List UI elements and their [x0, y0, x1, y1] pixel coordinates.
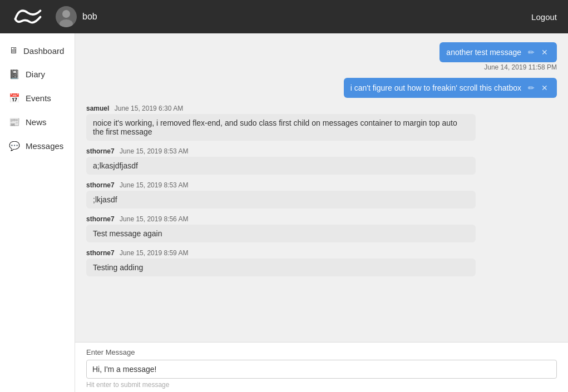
sidebar-item-dashboard[interactable]: 🖥Dashboard — [0, 39, 75, 62]
own-message-bubble: another test message ✏ ✕ — [439, 42, 557, 62]
message-sender: sthorne7 — [86, 181, 115, 189]
sidebar-item-diary[interactable]: 📓Diary — [0, 62, 75, 86]
message-row: i can't figure out how to freakin' scrol… — [86, 78, 557, 98]
navbar: bob Logout — [0, 0, 568, 33]
sidebar-item-news[interactable]: 📰News — [0, 110, 75, 134]
bubble-actions: ✏ ✕ — [526, 82, 550, 93]
sidebar-item-messages[interactable]: 💬Messages — [0, 134, 75, 158]
events-icon: 📅 — [9, 93, 20, 103]
message-timestamp: June 15, 2019 8:56 AM — [120, 215, 188, 223]
message-input-area: Enter Message Hit enter to submit messag… — [75, 342, 568, 392]
news-icon: 📰 — [9, 117, 20, 127]
sidebar: 🖥Dashboard📓Diary📅Events📰News💬Messages — [0, 33, 75, 392]
message-row: sthorne7 June 15, 2019 8:53 AM ;lkjasdf — [86, 181, 557, 209]
message-text: i can't figure out how to freakin' scrol… — [350, 83, 521, 92]
message-input[interactable] — [86, 360, 557, 379]
message-sender: samuel — [86, 105, 109, 112]
sidebar-label: Messages — [26, 141, 63, 151]
message-bubble: a;lkasjdfjasdf — [86, 157, 476, 175]
message-meta: samuel June 15, 2019 6:30 AM — [86, 105, 557, 112]
avatar — [56, 6, 77, 27]
dashboard-icon: 🖥 — [9, 46, 18, 56]
sidebar-label: News — [26, 117, 47, 127]
message-timestamp: June 15, 2019 8:59 AM — [120, 249, 188, 257]
input-hint: Hit enter to submit message — [86, 381, 557, 389]
user-info: bob — [56, 6, 97, 27]
sidebar-item-events[interactable]: 📅Events — [0, 86, 75, 110]
input-label: Enter Message — [86, 348, 557, 356]
logout-button[interactable]: Logout — [531, 12, 557, 22]
message-meta: sthorne7 June 15, 2019 8:53 AM — [86, 181, 557, 189]
messages-icon: 💬 — [9, 141, 20, 151]
message-bubble: Testing adding — [86, 259, 476, 276]
message-meta: sthorne7 June 15, 2019 8:59 AM — [86, 249, 557, 257]
own-message-bubble: i can't figure out how to freakin' scrol… — [344, 78, 557, 98]
message-sender: sthorne7 — [86, 147, 115, 155]
message-row: another test message ✏ ✕ June 14, 2019 1… — [86, 42, 557, 71]
chat-messages: another test message ✏ ✕ June 14, 2019 1… — [75, 33, 568, 342]
sidebar-label: Dashboard — [23, 46, 64, 56]
message-row: samuel June 15, 2019 6:30 AM noice it's … — [86, 105, 557, 141]
message-sender: sthorne7 — [86, 215, 115, 223]
message-text: another test message — [446, 48, 521, 57]
message-bubble: ;lkjasdf — [86, 191, 476, 209]
message-timestamp: June 15, 2019 6:30 AM — [115, 105, 183, 112]
sidebar-label: Diary — [26, 70, 45, 79]
message-timestamp: June 15, 2019 8:53 AM — [120, 147, 188, 155]
message-timestamp: June 15, 2019 8:53 AM — [120, 181, 188, 189]
main-layout: 🖥Dashboard📓Diary📅Events📰News💬Messages an… — [0, 33, 568, 392]
edit-message-button[interactable]: ✏ — [526, 82, 537, 93]
bubble-actions: ✏ ✕ — [526, 47, 550, 58]
close-message-button[interactable]: ✕ — [539, 82, 550, 93]
delete-message-button[interactable]: ✕ — [539, 47, 550, 58]
svg-point-1 — [62, 10, 70, 18]
main-content: another test message ✏ ✕ June 14, 2019 1… — [75, 33, 568, 392]
message-bubble: Test message again — [86, 225, 476, 242]
message-meta: sthorne7 June 15, 2019 8:53 AM — [86, 147, 557, 155]
diary-icon: 📓 — [9, 69, 20, 80]
username-label: bob — [82, 12, 97, 22]
message-sender: sthorne7 — [86, 249, 115, 257]
message-timestamp: June 14, 2019 11:58 PM — [484, 63, 557, 71]
message-bubble: noice it's working, i removed flex-end, … — [86, 114, 476, 141]
sidebar-label: Events — [26, 93, 51, 103]
message-row: sthorne7 June 15, 2019 8:56 AM Test mess… — [86, 215, 557, 242]
message-meta: sthorne7 June 15, 2019 8:56 AM — [86, 215, 557, 223]
app-logo — [11, 4, 45, 29]
message-row: sthorne7 June 15, 2019 8:59 AM Testing a… — [86, 249, 557, 276]
message-row: sthorne7 June 15, 2019 8:53 AM a;lkasjdf… — [86, 147, 557, 175]
edit-message-button[interactable]: ✏ — [526, 47, 537, 58]
